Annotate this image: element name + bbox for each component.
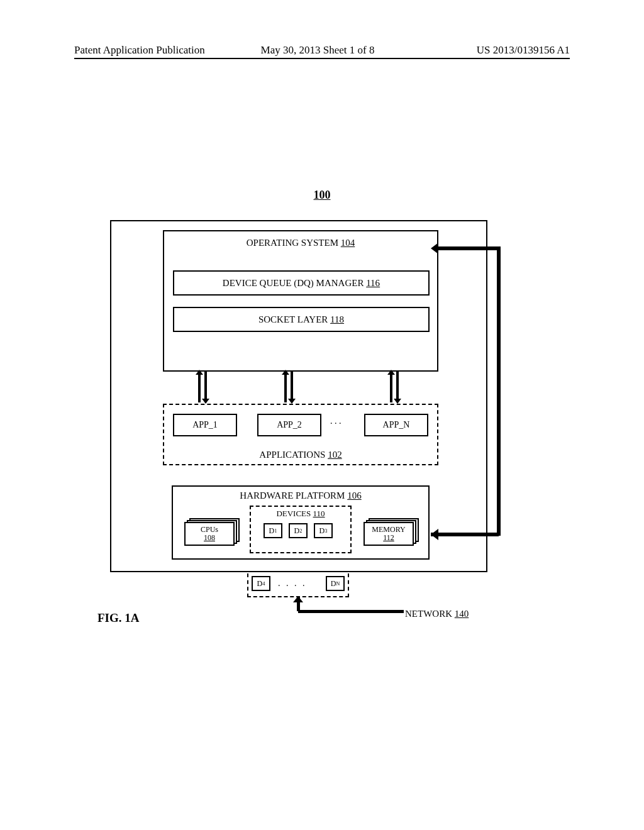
devices-title-ref: 110 — [313, 509, 325, 518]
socket-text: SOCKET LAYER — [258, 314, 328, 325]
os-app2-arrows — [284, 371, 292, 402]
device-ellipsis: . . . . — [278, 578, 307, 589]
page: Patent Application Publication May 30, 2… — [0, 0, 644, 830]
system-outer-box: OPERATING SYSTEM 104 DEVICE QUEUE (DQ) M… — [110, 220, 487, 572]
figure-label: FIG. 1A — [97, 611, 140, 625]
dq-text: DEVICE QUEUE (DQ) MANAGER — [223, 278, 364, 289]
network-connector-h — [298, 610, 404, 613]
header-left: Patent Application Publication — [74, 44, 205, 57]
network-label: NETWORK 140 — [405, 609, 469, 619]
operating-system-box: OPERATING SYSTEM 104 DEVICE QUEUE (DQ) M… — [163, 230, 438, 372]
device-dn: DN — [326, 576, 345, 591]
socket-layer-box: SOCKET LAYER 118 — [173, 307, 430, 332]
applications-group-box: APP_1 APP_2 · · · APP_N APPLICATIONS 102 — [163, 404, 438, 465]
memory-ref: 112 — [383, 534, 394, 542]
network-ref: 140 — [455, 609, 469, 619]
app-1-box: APP_1 — [173, 414, 237, 436]
header-rule — [74, 58, 570, 59]
devices-title-text: DEVICES — [276, 509, 311, 518]
dq-ref: 116 — [366, 278, 380, 289]
network-text: NETWORK — [405, 609, 452, 619]
app-2-box: APP_2 — [257, 414, 321, 436]
hardware-title-ref: 106 — [347, 490, 362, 501]
hardware-title: HARDWARE PLATFORM 106 — [173, 490, 428, 501]
os-title: OPERATING SYSTEM 104 — [164, 238, 437, 248]
applications-label-text: APPLICATIONS — [259, 450, 325, 460]
connector-right-v — [497, 246, 501, 536]
app-n-box: APP_N — [364, 414, 428, 436]
app-ellipsis: · · · — [330, 419, 341, 429]
os-appn-arrows — [390, 371, 397, 402]
socket-ref: 118 — [330, 314, 344, 325]
device-d1: D1 — [264, 523, 282, 538]
cpus-box: CPUs 108 — [184, 522, 235, 546]
cpus-ref: 108 — [204, 534, 215, 542]
hardware-platform-box: HARDWARE PLATFORM 106 CPUs 108 DEVICES 1… — [172, 485, 430, 560]
connector-hw-right-h — [431, 533, 499, 536]
header-center: May 30, 2013 Sheet 1 of 8 — [233, 44, 402, 57]
os-title-ref: 104 — [341, 238, 355, 248]
os-app1-arrows — [198, 371, 206, 402]
cpus-stack: CPUs 108 — [184, 518, 240, 546]
device-d3: D3 — [314, 523, 333, 538]
figure-number: 100 — [0, 189, 644, 202]
connector-os-right-h — [438, 246, 499, 250]
memory-box: MEMORY 112 — [364, 522, 414, 546]
device-d4: D4 — [252, 576, 270, 591]
dq-manager-box: DEVICE QUEUE (DQ) MANAGER 116 — [173, 270, 430, 296]
applications-label-ref: 102 — [328, 450, 342, 460]
device-d2: D2 — [289, 523, 308, 538]
os-title-text: OPERATING SYSTEM — [247, 238, 338, 248]
applications-label: APPLICATIONS 102 — [164, 450, 437, 460]
devices-group-box: DEVICES 110 D1 D2 D3 — [250, 506, 352, 553]
memory-stack: MEMORY 112 — [364, 518, 419, 546]
hardware-title-text: HARDWARE PLATFORM — [240, 490, 345, 501]
devices-title: DEVICES 110 — [251, 509, 350, 519]
header-right: US 2013/0139156 A1 — [477, 44, 570, 57]
